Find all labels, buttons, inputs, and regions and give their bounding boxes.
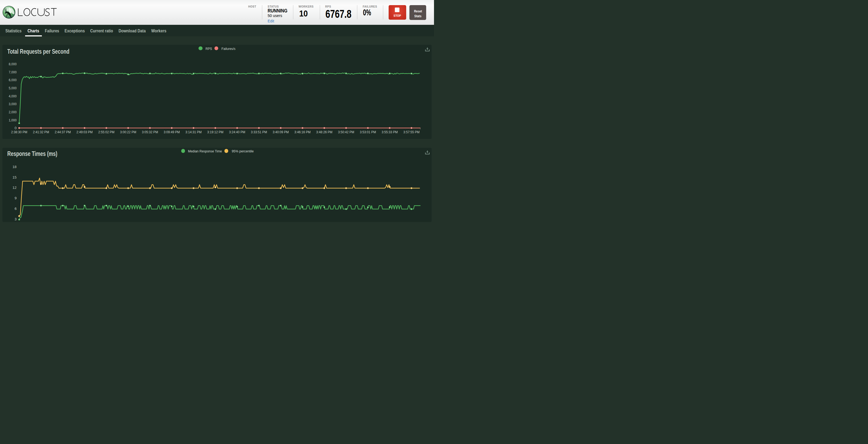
svg-text:8,000: 8,000: [9, 62, 17, 66]
svg-text:9: 9: [14, 196, 17, 200]
svg-text:4,000: 4,000: [9, 94, 17, 98]
svg-text:2:49:03 PM: 2:49:03 PM: [76, 130, 93, 134]
svg-text:3:40:09 PM: 3:40:09 PM: [273, 130, 289, 134]
svg-text:15: 15: [12, 175, 17, 179]
svg-text:3:00:22 PM: 3:00:22 PM: [120, 130, 136, 134]
svg-text:3:33:51 PM: 3:33:51 PM: [251, 130, 267, 134]
svg-text:3:53:01 PM: 3:53:01 PM: [360, 130, 376, 134]
svg-text:12: 12: [12, 185, 17, 190]
svg-text:1,000: 1,000: [9, 118, 17, 122]
svg-text:3:46:16 PM: 3:46:16 PM: [294, 130, 311, 134]
svg-text:2:44:37 PM: 2:44:37 PM: [55, 130, 71, 134]
svg-text:3:50:42 PM: 3:50:42 PM: [338, 130, 354, 134]
svg-text:18: 18: [12, 165, 17, 169]
svg-text:3:48:26 PM: 3:48:26 PM: [316, 130, 333, 134]
svg-text:3:05:32 PM: 3:05:32 PM: [142, 130, 158, 134]
svg-text:3:14:31 PM: 3:14:31 PM: [186, 130, 202, 134]
svg-text:0: 0: [14, 126, 17, 130]
svg-text:3:09:49 PM: 3:09:49 PM: [164, 130, 180, 134]
svg-text:7,000: 7,000: [9, 70, 17, 74]
svg-text:2:55:02 PM: 2:55:02 PM: [98, 130, 115, 134]
svg-text:3:57:55 PM: 3:57:55 PM: [403, 130, 420, 134]
svg-text:3:55:33 PM: 3:55:33 PM: [382, 130, 398, 134]
svg-text:3:19:12 PM: 3:19:12 PM: [207, 130, 223, 134]
svg-text:3:24:40 PM: 3:24:40 PM: [229, 130, 245, 134]
svg-text:3,000: 3,000: [9, 102, 17, 106]
svg-text:5,000: 5,000: [9, 86, 17, 90]
svg-text:2:41:32 PM: 2:41:32 PM: [33, 130, 49, 134]
svg-text:2:38:30 PM: 2:38:30 PM: [11, 130, 27, 134]
svg-text:3: 3: [14, 217, 17, 221]
svg-text:6,000: 6,000: [9, 78, 17, 82]
svg-text:6: 6: [14, 207, 17, 211]
svg-text:2,000: 2,000: [9, 110, 17, 114]
